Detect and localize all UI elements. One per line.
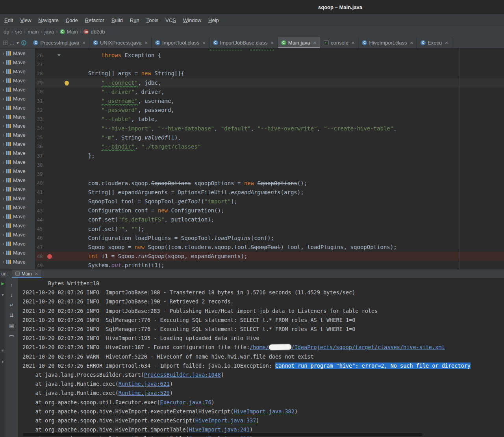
console-link[interactable]: HiveImport.java:337: [195, 417, 256, 424]
run-tab-main[interactable]: Main ×: [12, 270, 42, 278]
breadcrumb-item[interactable]: op: [2, 29, 11, 35]
run-play-icon[interactable]: ▶: [1, 281, 4, 286]
menu-view[interactable]: View: [17, 15, 35, 25]
menu-vcs[interactable]: VCS: [162, 15, 180, 25]
tree-item[interactable]: ›Mave: [0, 239, 35, 248]
tree-item[interactable]: ›Mave: [0, 121, 35, 130]
menu-grid-icon[interactable]: [3, 41, 7, 45]
tree-item[interactable]: ›Mave: [0, 139, 35, 149]
code-line[interactable]: 43 Configuration conf = new Configuratio…: [35, 206, 504, 215]
editor-tab[interactable]: >_console×: [320, 37, 358, 48]
fold-arrow-icon[interactable]: [57, 54, 61, 56]
console-link[interactable]: ProcessBuilder.java:1048: [144, 372, 221, 378]
code-line[interactable]: 39: [35, 169, 504, 179]
code-line[interactable]: 33 "--table", table,: [35, 115, 504, 124]
hidden-tabs-label[interactable]: ...: [10, 40, 14, 46]
menu-build[interactable]: Build: [108, 15, 126, 25]
tree-item[interactable]: ›Mave: [0, 203, 35, 212]
chevron-right-icon[interactable]: ›: [3, 160, 4, 165]
breadcrumb-item[interactable]: main: [26, 29, 41, 35]
menu-tools[interactable]: Tools: [143, 15, 162, 25]
tree-item[interactable]: ›Mave: [0, 185, 35, 194]
code-line[interactable]: 46 Configuration loadPlugins = SqoopTool…: [35, 234, 504, 243]
editor-tab[interactable]: CMain.java×: [278, 37, 320, 48]
tree-item[interactable]: ›Mave: [0, 167, 35, 176]
chevron-right-icon[interactable]: ›: [3, 132, 4, 138]
code-line[interactable]: 35 "-m", String.valueOf(1),: [35, 133, 504, 142]
tree-item[interactable]: ›Mave: [0, 58, 35, 67]
soft-wrap-icon[interactable]: ↵: [8, 301, 16, 309]
code-line[interactable]: 44 conf.set("fs.defaultFS", putlocation)…: [35, 215, 504, 224]
console-link[interactable]: Executor.java:76: [160, 399, 211, 405]
close-icon[interactable]: ×: [271, 40, 274, 46]
tree-item[interactable]: ›Mave: [0, 176, 35, 185]
chevron-right-icon[interactable]: ›: [3, 232, 4, 238]
editor-tab[interactable]: CImportTool.class×: [152, 37, 209, 48]
chevron-right-icon[interactable]: ›: [3, 241, 4, 247]
code-editor[interactable]: 26 throws Exception {2728 String[] args …: [35, 48, 504, 269]
tree-item[interactable]: ›Mave: [0, 94, 35, 103]
tree-item[interactable]: ›Mave: [0, 158, 35, 167]
chevron-right-icon[interactable]: ›: [3, 78, 4, 84]
tree-item[interactable]: ›Mave: [0, 49, 35, 58]
close-icon[interactable]: ×: [445, 40, 448, 46]
console-link[interactable]: /IdeaProjects/sqoop/target/classes/hive-…: [291, 344, 445, 350]
tree-item[interactable]: ›Mave: [0, 230, 35, 239]
code-line[interactable]: 32 "-password", password,: [35, 106, 504, 115]
collapse-icon[interactable]: ▾: [2, 293, 4, 297]
console-output[interactable]: Bytes Written=182021-10-20 02:07:26 INFO…: [18, 278, 504, 437]
console-link[interactable]: Runtime.java:529: [119, 390, 170, 396]
menu-refactor[interactable]: Refactor: [82, 15, 108, 25]
chevron-right-icon[interactable]: ›: [3, 51, 4, 56]
expand-icon[interactable]: ›: [2, 359, 4, 364]
menu-edit[interactable]: Edit: [1, 15, 17, 25]
chevron-right-icon[interactable]: ›: [3, 196, 4, 201]
handle-icon[interactable]: ≡: [2, 348, 4, 353]
menu-navigate[interactable]: Navigate: [35, 15, 62, 25]
tree-item[interactable]: ›Mave: [0, 212, 35, 221]
menu-run[interactable]: Run: [126, 15, 143, 25]
menu-window[interactable]: Window: [180, 15, 205, 25]
globe-icon[interactable]: [21, 40, 26, 45]
code-line[interactable]: 38: [35, 160, 504, 169]
code-line[interactable]: 45 conf.set("", "");: [35, 225, 504, 234]
code-line[interactable]: 37 };: [35, 151, 504, 160]
code-line[interactable]: 28 String[] args = new String[]{: [35, 69, 504, 78]
tree-item[interactable]: ›Mave: [0, 149, 35, 158]
tree-item[interactable]: ›Mave: [0, 257, 35, 266]
scroll-to-end-icon[interactable]: ⇊: [8, 312, 16, 319]
editor-tab[interactable]: CImportJobBase.class×: [209, 37, 278, 48]
print-icon[interactable]: ▤: [8, 322, 16, 329]
close-icon[interactable]: ×: [145, 40, 148, 46]
close-icon[interactable]: ×: [313, 40, 316, 46]
code-line[interactable]: 42 SqoopTool tool = SqoopTool.getTool("i…: [35, 197, 504, 206]
clear-all-icon[interactable]: ▭: [8, 332, 16, 339]
code-line[interactable]: 27: [35, 60, 504, 69]
breakpoint-icon[interactable]: [47, 254, 52, 259]
down-stack-trace-icon[interactable]: ↓: [8, 291, 16, 298]
code-line[interactable]: 34 "--hive-import", "--hive-database", "…: [35, 124, 504, 133]
breadcrumb-item[interactable]: java: [43, 29, 56, 35]
close-icon[interactable]: ×: [352, 40, 355, 46]
tree-item[interactable]: ›Mave: [0, 103, 35, 112]
chevron-right-icon[interactable]: ›: [3, 141, 4, 147]
menu-help[interactable]: Help: [205, 15, 222, 25]
console-link[interactable]: Runtime.java:621: [119, 381, 170, 387]
editor-tab[interactable]: CHiveImport.class×: [358, 37, 417, 48]
code-line[interactable]: 41 String[] expandArguments = OptionsFil…: [35, 188, 504, 197]
chevron-right-icon[interactable]: ›: [3, 105, 4, 111]
close-icon[interactable]: ×: [82, 40, 85, 46]
chevron-right-icon[interactable]: ›: [3, 250, 4, 256]
editor-tab[interactable]: CProcessImpl.java×: [30, 37, 89, 48]
horizontal-scrollbar[interactable]: [23, 433, 422, 436]
code-line[interactable]: 40 com.cloudera.sqoop.SqoopOptions sqoop…: [35, 179, 504, 188]
close-icon[interactable]: ×: [35, 271, 38, 277]
code-line[interactable]: 29 "--connect", jdbc,: [35, 78, 504, 87]
tree-item[interactable]: ›Mave: [0, 85, 35, 94]
code-line[interactable]: 49 System.out.println(i1);: [35, 261, 504, 269]
console-link[interactable]: HiveImport.java:241: [189, 426, 250, 433]
chevron-right-icon[interactable]: ›: [3, 178, 4, 183]
breadcrumb-item[interactable]: mdb2db: [82, 29, 107, 35]
console-link[interactable]: HiveImport.java:382: [233, 408, 294, 415]
code-line[interactable]: 36 "--bindir", "./target/classes": [35, 142, 504, 151]
